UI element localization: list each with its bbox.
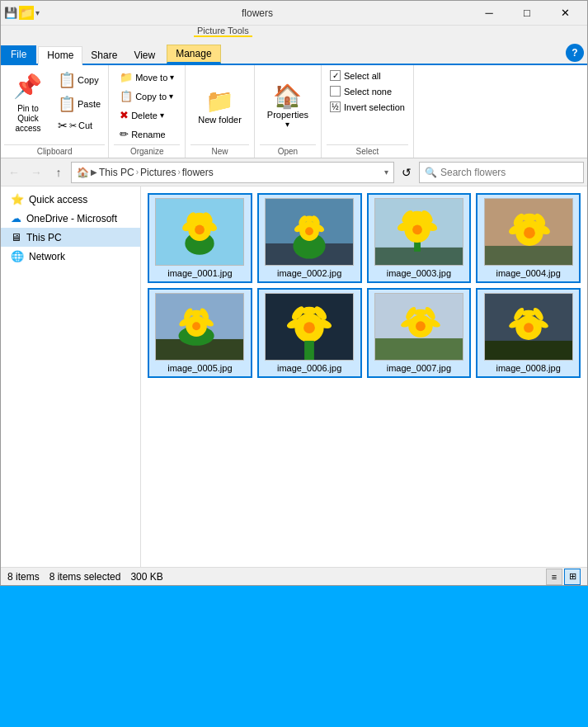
network-icon: 🌐 <box>11 250 24 262</box>
picture-tools-label: Picture Tools <box>194 26 252 37</box>
path-arrow-1: ▶ <box>91 168 97 177</box>
search-input[interactable] <box>440 167 578 178</box>
refresh-button[interactable]: ↺ <box>397 163 416 182</box>
main-content: ⭐ Quick access ☁ OneDrive - Microsoft 🖥 … <box>1 186 587 567</box>
path-flowers[interactable]: flowers <box>182 167 214 178</box>
file-item-5[interactable]: image_0005.jpg <box>148 288 252 378</box>
new-group: 📁 New folder New <box>186 65 255 158</box>
open-label: Open <box>260 144 316 158</box>
window-title: flowers <box>45 7 470 19</box>
maximize-button[interactable]: □ <box>508 1 546 26</box>
sidebar-item-network[interactable]: 🌐 Network <box>1 247 140 266</box>
select-none-button[interactable]: Select none <box>327 84 408 98</box>
search-box[interactable]: 🔍 <box>419 162 584 183</box>
rename-button[interactable]: ✏ Rename <box>114 125 180 143</box>
network-label: Network <box>29 251 65 262</box>
help-button[interactable]: ? <box>566 44 584 62</box>
dropdown-icon[interactable]: ▾ <box>35 8 40 17</box>
svg-point-13 <box>305 227 313 235</box>
file-name-7: image_0007.jpg <box>387 363 451 373</box>
file-item-2[interactable]: image_0002.jpg <box>257 193 362 283</box>
properties-button[interactable]: 🏠 Properties ▾ <box>260 78 316 133</box>
copy-icon: 📋 <box>58 71 76 89</box>
file-area: image_0001.jpg <box>141 186 587 567</box>
search-icon: 🔍 <box>425 167 437 178</box>
explorer-window: 💾 📁 ▾ flowers ─ □ ✕ Picture Tools ? File… <box>0 0 588 586</box>
svg-point-3 <box>195 224 205 234</box>
this-pc-icon: 🖥 <box>11 231 21 243</box>
rename-icon: ✏ <box>120 128 129 140</box>
sidebar-item-onedrive[interactable]: ☁ OneDrive - Microsoft <box>1 209 140 228</box>
copy-button[interactable]: 📋 Copy <box>54 68 105 92</box>
svg-point-47 <box>191 310 204 317</box>
svg-point-23 <box>412 224 422 234</box>
new-folder-icon: 📁 <box>205 87 234 115</box>
select-label: Select <box>327 144 408 158</box>
tab-view[interactable]: View <box>125 47 163 64</box>
file-item-7[interactable]: image_0007.jpg <box>367 288 472 378</box>
ribbon-tabs-row: File Home Share View Manage <box>1 44 587 65</box>
svg-point-32 <box>524 227 535 238</box>
cut-icon: ✂ <box>58 119 68 132</box>
details-view-button[interactable]: ≡ <box>546 569 562 585</box>
svg-rect-30 <box>485 246 572 266</box>
thumbnail-5 <box>155 293 244 361</box>
tab-file[interactable]: File <box>1 45 36 64</box>
move-to-button[interactable]: 📁 Move to ▾ <box>114 68 180 86</box>
minimize-button[interactable]: ─ <box>470 1 508 26</box>
tab-share[interactable]: Share <box>82 47 125 64</box>
path-this-pc[interactable]: This PC <box>99 167 134 178</box>
svg-point-69 <box>524 323 534 333</box>
clipboard-buttons: 📌 Pin to Quick access 📋 Copy 📋 Paste <box>4 68 105 143</box>
window-controls: ─ □ ✕ <box>470 1 584 26</box>
quick-access-toolbar: 💾 📁 ▾ <box>4 6 40 20</box>
delete-button[interactable]: ✖ Delete ▾ <box>114 106 180 124</box>
paste-button[interactable]: 📋 Paste <box>54 92 105 116</box>
svg-point-8 <box>194 213 207 221</box>
selected-count: 8 items selected <box>49 571 121 583</box>
file-item-6[interactable]: image_0006.jpg <box>257 288 362 378</box>
sidebar-item-this-pc[interactable]: 🖥 This PC <box>1 228 140 247</box>
sidebar: ⭐ Quick access ☁ OneDrive - Microsoft 🖥 … <box>1 186 141 567</box>
sidebar-item-quick-access[interactable]: ⭐ Quick access <box>1 190 140 209</box>
thumbnail-7 <box>374 293 463 361</box>
svg-point-18 <box>303 216 315 223</box>
titlebar: 💾 📁 ▾ flowers ─ □ ✕ <box>1 1 587 26</box>
address-path[interactable]: 🏠 ▶ This PC › Pictures › flowers ▾ <box>71 162 394 183</box>
file-item-4[interactable]: image_0004.jpg <box>476 193 581 283</box>
invert-selection-button[interactable]: ½ Invert selection <box>327 100 408 114</box>
clipboard-label: Clipboard <box>4 144 105 158</box>
status-bar: 8 items 8 items selected 300 KB ≡ ⊞ <box>1 567 587 585</box>
path-sep-1: › <box>136 168 139 177</box>
file-item-1[interactable]: image_0001.jpg <box>148 193 252 283</box>
organize-group: 📁 Move to ▾ 📋 Copy to ▾ ✖ Delete ▾ ✏ Ren… <box>109 65 186 158</box>
file-name-8: image_0008.jpg <box>496 363 560 373</box>
cut-button[interactable]: ✂ ✂ Cut <box>54 116 105 135</box>
tab-home[interactable]: Home <box>38 46 82 65</box>
ribbon-content: 📌 Pin to Quick access 📋 Copy 📋 Paste <box>1 65 587 158</box>
up-button[interactable]: ↑ <box>49 163 68 182</box>
close-button[interactable]: ✕ <box>546 1 584 26</box>
svg-point-28 <box>410 211 425 220</box>
svg-point-42 <box>193 322 201 330</box>
file-item-3[interactable]: image_0003.jpg <box>367 193 472 283</box>
file-name-4: image_0004.jpg <box>496 268 560 278</box>
path-pictures[interactable]: Pictures <box>140 167 176 178</box>
view-buttons: ≡ ⊞ <box>546 569 581 585</box>
svg-rect-56 <box>304 341 314 361</box>
large-icons-view-button[interactable]: ⊞ <box>564 569 581 585</box>
select-all-button[interactable]: ✓ Select all <box>327 68 408 83</box>
new-group-content: 📁 New folder <box>191 68 249 143</box>
this-pc-label: This PC <box>26 232 62 243</box>
file-item-8[interactable]: image_0008.jpg <box>476 288 581 378</box>
pin-icon: 📌 <box>13 73 43 102</box>
file-name-5: image_0005.jpg <box>167 363 232 373</box>
copy-to-button[interactable]: 📋 Copy to ▾ <box>114 87 180 105</box>
new-folder-button[interactable]: 📁 New folder <box>191 83 249 129</box>
tab-manage[interactable]: Manage <box>167 45 220 64</box>
file-size: 300 KB <box>130 571 162 583</box>
path-dropdown-arrow[interactable]: ▾ <box>384 168 388 177</box>
pin-quick-access-button[interactable]: 📌 Pin to Quick access <box>4 68 52 138</box>
file-name-3: image_0003.jpg <box>387 268 451 278</box>
open-group: 🏠 Properties ▾ Open <box>255 65 322 158</box>
